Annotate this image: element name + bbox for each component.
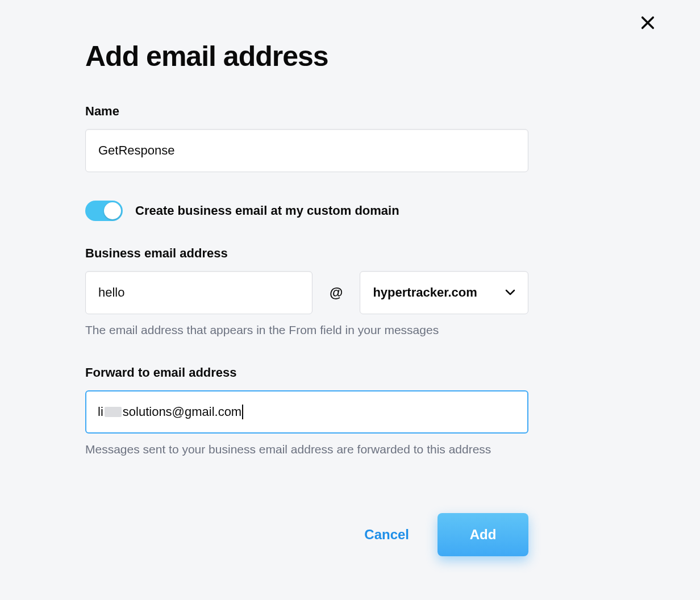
forward-email-label: Forward to email address	[85, 365, 528, 380]
toggle-knob	[104, 202, 121, 219]
custom-domain-toggle-row: Create business email at my custom domai…	[85, 201, 528, 221]
add-button[interactable]: Add	[438, 513, 528, 556]
cancel-button[interactable]: Cancel	[364, 527, 409, 543]
dialog-footer: Cancel Add	[85, 513, 528, 556]
domain-select-value: hypertracker.com	[373, 285, 477, 300]
name-label: Name	[85, 104, 528, 119]
forward-email-group: Forward to email address lisolutions@gma…	[85, 365, 528, 456]
add-email-dialog: Add email address Name Create business e…	[0, 0, 614, 590]
forward-email-hint: Messages sent to your business email add…	[85, 443, 528, 456]
business-email-label: Business email address	[85, 246, 528, 261]
dialog-title: Add email address	[85, 40, 528, 73]
toggle-label: Create business email at my custom domai…	[135, 203, 399, 218]
close-icon	[640, 15, 656, 31]
close-button[interactable]	[636, 11, 659, 34]
obscured-segment	[105, 407, 122, 417]
custom-domain-toggle[interactable]	[85, 201, 123, 221]
forward-suffix: solutions@gmail.com	[123, 405, 241, 419]
at-symbol: @	[312, 285, 360, 301]
text-caret	[242, 405, 243, 419]
forward-email-input[interactable]: lisolutions@gmail.com	[85, 390, 528, 434]
business-email-domain-select[interactable]: hypertracker.com	[360, 271, 528, 314]
forward-prefix: li	[98, 405, 103, 419]
chevron-down-icon	[505, 289, 515, 296]
business-email-local-input[interactable]	[85, 271, 312, 314]
business-email-row: @ hypertracker.com	[85, 271, 528, 314]
business-email-hint: The email address that appears in the Fr…	[85, 323, 528, 337]
name-input[interactable]	[85, 129, 528, 172]
name-field-group: Name	[85, 104, 528, 172]
business-email-group: Business email address @ hypertracker.co…	[85, 246, 528, 337]
